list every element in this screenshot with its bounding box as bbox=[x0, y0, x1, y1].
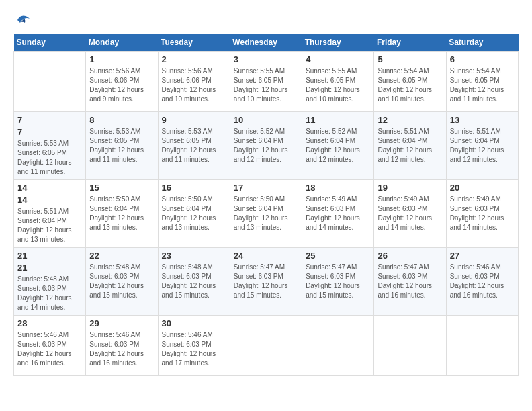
weekday-header-saturday: Saturday bbox=[446, 34, 518, 52]
day-number: 8 bbox=[89, 115, 154, 125]
day-number: 25 bbox=[306, 250, 370, 261]
day-number: 30 bbox=[162, 318, 226, 328]
day-info: Sunrise: 5:49 AMSunset: 6:03 PMDaylight:… bbox=[378, 195, 442, 232]
logo bbox=[13, 13, 31, 27]
day-number: 20 bbox=[450, 183, 515, 193]
day-number: 21 bbox=[17, 250, 82, 261]
day-number: 1 bbox=[89, 54, 154, 64]
day-number: 6 bbox=[450, 54, 515, 64]
day-info: Sunrise: 5:56 AMSunset: 6:06 PMDaylight:… bbox=[162, 66, 226, 104]
calendar-cell: 9Sunrise: 5:53 AMSunset: 6:05 PMDaylight… bbox=[158, 112, 230, 180]
day-info: Sunrise: 5:55 AMSunset: 6:05 PMDaylight:… bbox=[234, 66, 298, 104]
day-info: Sunrise: 5:50 AMSunset: 6:04 PMDaylight:… bbox=[162, 195, 226, 232]
calendar-cell: 2121Sunrise: 5:48 AMSunset: 6:03 PMDayli… bbox=[14, 248, 86, 316]
calendar-week-5: 28Sunrise: 5:46 AMSunset: 6:03 PMDayligh… bbox=[14, 316, 519, 376]
day-number: 14 bbox=[17, 195, 82, 205]
day-info: Sunrise: 5:50 AMSunset: 6:04 PMDaylight:… bbox=[89, 195, 154, 232]
day-info: Sunrise: 5:48 AMSunset: 6:03 PMDaylight:… bbox=[89, 263, 154, 300]
day-number: 4 bbox=[306, 54, 370, 64]
day-info: Sunrise: 5:51 AMSunset: 6:04 PMDaylight:… bbox=[378, 127, 442, 165]
day-number: 16 bbox=[162, 183, 226, 193]
calendar-cell: 5Sunrise: 5:54 AMSunset: 6:05 PMDaylight… bbox=[374, 52, 446, 112]
day-info: Sunrise: 5:56 AMSunset: 6:06 PMDaylight:… bbox=[89, 66, 154, 104]
calendar-cell: 17Sunrise: 5:50 AMSunset: 6:04 PMDayligh… bbox=[230, 180, 302, 248]
calendar-cell bbox=[230, 316, 302, 376]
weekday-header-thursday: Thursday bbox=[302, 34, 374, 52]
day-number: 21 bbox=[17, 263, 82, 273]
day-number: 27 bbox=[450, 250, 515, 261]
calendar-cell: 8Sunrise: 5:53 AMSunset: 6:05 PMDaylight… bbox=[86, 112, 158, 180]
day-info: Sunrise: 5:49 AMSunset: 6:03 PMDaylight:… bbox=[450, 195, 515, 232]
day-info: Sunrise: 5:51 AMSunset: 6:04 PMDaylight:… bbox=[450, 127, 515, 165]
calendar-cell: 2Sunrise: 5:56 AMSunset: 6:06 PMDaylight… bbox=[158, 52, 230, 112]
day-number: 14 bbox=[17, 183, 82, 193]
calendar-cell bbox=[14, 52, 86, 112]
day-info: Sunrise: 5:55 AMSunset: 6:05 PMDaylight:… bbox=[306, 66, 370, 104]
calendar-cell bbox=[302, 316, 374, 376]
day-info: Sunrise: 5:47 AMSunset: 6:03 PMDaylight:… bbox=[378, 263, 442, 300]
day-number: 29 bbox=[89, 318, 154, 328]
day-number: 18 bbox=[306, 183, 370, 193]
day-number: 26 bbox=[378, 250, 442, 261]
calendar-cell: 22Sunrise: 5:48 AMSunset: 6:03 PMDayligh… bbox=[86, 248, 158, 316]
day-number: 7 bbox=[17, 115, 82, 125]
day-info: Sunrise: 5:46 AMSunset: 6:03 PMDaylight:… bbox=[17, 330, 82, 368]
calendar-cell: 15Sunrise: 5:50 AMSunset: 6:04 PMDayligh… bbox=[86, 180, 158, 248]
calendar-cell: 3Sunrise: 5:55 AMSunset: 6:05 PMDaylight… bbox=[230, 52, 302, 112]
weekday-header-row: SundayMondayTuesdayWednesdayThursdayFrid… bbox=[14, 34, 519, 52]
day-number: 11 bbox=[306, 115, 370, 125]
day-info: Sunrise: 5:54 AMSunset: 6:05 PMDaylight:… bbox=[378, 66, 442, 104]
calendar-cell bbox=[446, 316, 518, 376]
calendar-cell: 10Sunrise: 5:52 AMSunset: 6:04 PMDayligh… bbox=[230, 112, 302, 180]
day-number: 5 bbox=[378, 54, 442, 64]
calendar-cell: 29Sunrise: 5:46 AMSunset: 6:03 PMDayligh… bbox=[86, 316, 158, 376]
day-number: 2 bbox=[162, 54, 226, 64]
calendar-cell: 4Sunrise: 5:55 AMSunset: 6:05 PMDaylight… bbox=[302, 52, 374, 112]
calendar-cell: 20Sunrise: 5:49 AMSunset: 6:03 PMDayligh… bbox=[446, 180, 518, 248]
day-number: 9 bbox=[162, 115, 226, 125]
calendar-cell: 1414Sunrise: 5:51 AMSunset: 6:04 PMDayli… bbox=[14, 180, 86, 248]
day-number: 13 bbox=[450, 115, 515, 125]
day-info: Sunrise: 5:46 AMSunset: 6:03 PMDaylight:… bbox=[162, 330, 226, 368]
day-number: 7 bbox=[17, 127, 82, 137]
day-number: 23 bbox=[162, 250, 226, 261]
day-info: Sunrise: 5:53 AMSunset: 6:05 PMDaylight:… bbox=[162, 127, 226, 165]
day-info: Sunrise: 5:53 AMSunset: 6:05 PMDaylight:… bbox=[89, 127, 154, 165]
page-header bbox=[13, 13, 519, 27]
day-info: Sunrise: 5:47 AMSunset: 6:03 PMDaylight:… bbox=[234, 263, 298, 300]
calendar-cell: 11Sunrise: 5:52 AMSunset: 6:04 PMDayligh… bbox=[302, 112, 374, 180]
day-info: Sunrise: 5:46 AMSunset: 6:03 PMDaylight:… bbox=[89, 330, 154, 368]
calendar-cell: 18Sunrise: 5:49 AMSunset: 6:03 PMDayligh… bbox=[302, 180, 374, 248]
weekday-header-sunday: Sunday bbox=[14, 34, 86, 52]
day-info: Sunrise: 5:54 AMSunset: 6:05 PMDaylight:… bbox=[450, 66, 515, 104]
calendar-cell: 12Sunrise: 5:51 AMSunset: 6:04 PMDayligh… bbox=[374, 112, 446, 180]
day-number: 12 bbox=[378, 115, 442, 125]
weekday-header-friday: Friday bbox=[374, 34, 446, 52]
calendar-cell: 1Sunrise: 5:56 AMSunset: 6:06 PMDaylight… bbox=[86, 52, 158, 112]
calendar-cell: 26Sunrise: 5:47 AMSunset: 6:03 PMDayligh… bbox=[374, 248, 446, 316]
calendar-week-1: 1Sunrise: 5:56 AMSunset: 6:06 PMDaylight… bbox=[14, 52, 519, 112]
weekday-header-tuesday: Tuesday bbox=[158, 34, 230, 52]
day-info: Sunrise: 5:47 AMSunset: 6:03 PMDaylight:… bbox=[306, 263, 370, 300]
day-number: 15 bbox=[89, 183, 154, 193]
weekday-header-monday: Monday bbox=[86, 34, 158, 52]
day-number: 22 bbox=[89, 250, 154, 261]
day-info: Sunrise: 5:48 AMSunset: 6:03 PMDaylight:… bbox=[17, 275, 82, 312]
calendar-week-3: 1414Sunrise: 5:51 AMSunset: 6:04 PMDayli… bbox=[14, 180, 519, 248]
calendar-table: SundayMondayTuesdayWednesdayThursdayFrid… bbox=[13, 34, 519, 376]
day-number: 17 bbox=[234, 183, 298, 193]
day-info: Sunrise: 5:53 AMSunset: 6:05 PMDaylight:… bbox=[17, 139, 82, 177]
calendar-cell: 28Sunrise: 5:46 AMSunset: 6:03 PMDayligh… bbox=[14, 316, 86, 376]
calendar-week-2: 77Sunrise: 5:53 AMSunset: 6:05 PMDayligh… bbox=[14, 112, 519, 180]
calendar-week-4: 2121Sunrise: 5:48 AMSunset: 6:03 PMDayli… bbox=[14, 248, 519, 316]
calendar-cell: 23Sunrise: 5:48 AMSunset: 6:03 PMDayligh… bbox=[158, 248, 230, 316]
day-info: Sunrise: 5:49 AMSunset: 6:03 PMDaylight:… bbox=[306, 195, 370, 232]
calendar-cell: 13Sunrise: 5:51 AMSunset: 6:04 PMDayligh… bbox=[446, 112, 518, 180]
day-info: Sunrise: 5:48 AMSunset: 6:03 PMDaylight:… bbox=[162, 263, 226, 300]
weekday-header-wednesday: Wednesday bbox=[230, 34, 302, 52]
day-number: 10 bbox=[234, 115, 298, 125]
day-info: Sunrise: 5:51 AMSunset: 6:04 PMDaylight:… bbox=[17, 207, 82, 244]
calendar-cell: 19Sunrise: 5:49 AMSunset: 6:03 PMDayligh… bbox=[374, 180, 446, 248]
day-info: Sunrise: 5:52 AMSunset: 6:04 PMDaylight:… bbox=[306, 127, 370, 165]
calendar-cell: 77Sunrise: 5:53 AMSunset: 6:05 PMDayligh… bbox=[14, 112, 86, 180]
